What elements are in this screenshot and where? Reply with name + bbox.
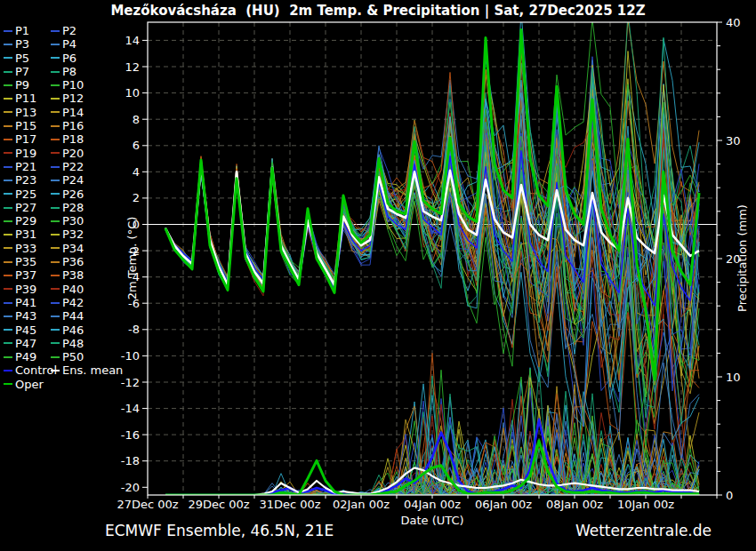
temp-tick-label: 10 <box>125 86 140 100</box>
temp-axis-title: 2m Temp. (°C) <box>125 205 139 312</box>
temp-tick-label: -16 <box>121 428 140 442</box>
temp-tick-label: 14 <box>125 34 140 47</box>
date-tick-label: 04Jan 00z <box>404 498 461 511</box>
date-tick-label: 29Dec 00z <box>188 498 249 511</box>
precip-tick-label: 40 <box>726 16 741 29</box>
temp-tick-label: -10 <box>121 349 140 363</box>
date-tick-label: 02Jan 00z <box>333 498 390 511</box>
date-tick-label: 10Jan 00z <box>617 498 674 511</box>
temp-tick-label: 6 <box>133 139 140 152</box>
meteogram-screen: Mezőkovácsháza (HU) 2m Temp. & Precipita… <box>0 0 756 551</box>
temp-tick-label: -18 <box>121 454 140 467</box>
temp-tick-label: -8 <box>128 323 140 336</box>
ensemble-member-temp-P40 <box>165 92 699 317</box>
precip-tick-label: 10 <box>726 371 741 384</box>
temp-tick-label: -20 <box>121 481 140 494</box>
precip-axis-title: Precipitation (mm) <box>736 198 749 319</box>
model-info-label: ECMWF Ensemble, 46.5N, 21E <box>105 522 334 539</box>
temp-tick-label: -14 <box>121 402 140 415</box>
temp-tick-label: 4 <box>133 165 140 179</box>
date-tick-label: 08Jan 00z <box>546 498 603 511</box>
precip-tick-label: 30 <box>726 134 741 148</box>
watermark-label: Wetterzentrale.de <box>575 522 712 539</box>
meteogram-plot: -20-18-16-14-12-10-8-6-4-202468101214010… <box>0 0 756 551</box>
temp-tick-label: 8 <box>133 113 140 126</box>
date-tick-label: 06Jan 00z <box>475 498 532 511</box>
precip-tick-label: 0 <box>726 489 733 502</box>
date-tick-label: 31Dec 00z <box>259 498 320 511</box>
x-axis-title: Date (UTC) <box>370 514 495 527</box>
date-tick-label: 27Dec 00z <box>117 498 178 511</box>
temp-tick-label: 12 <box>125 60 140 74</box>
temp-tick-label: 2 <box>133 191 140 204</box>
temp-tick-label: -12 <box>121 376 140 389</box>
